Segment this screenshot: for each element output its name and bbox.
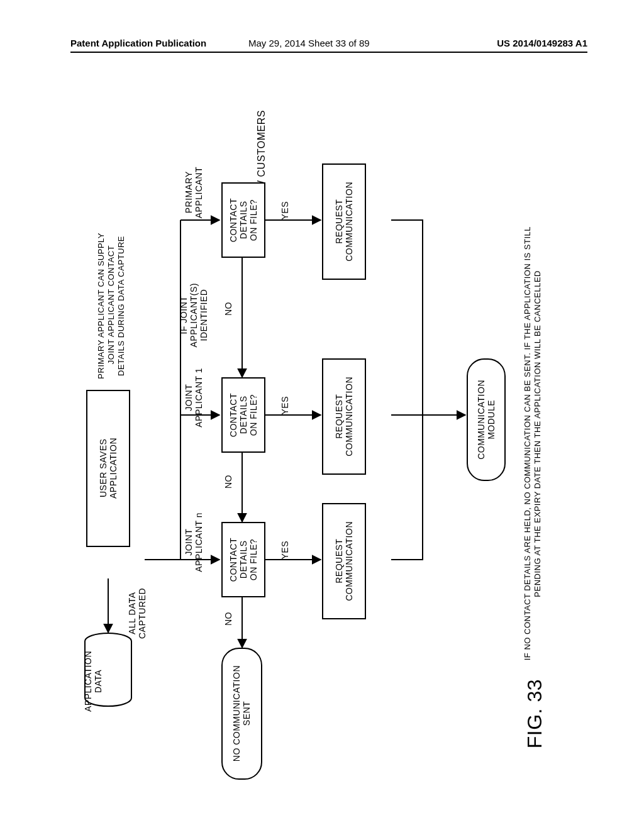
box-contact-3: CONTACT DETAILS ON FILE? <box>221 522 265 597</box>
box-contact-2: CONTACT DETAILS ON FILE? <box>221 377 265 453</box>
label-no-2: NO <box>223 475 233 489</box>
footer-note-1: IF NO CONTACT DETAILS ARE HELD, NO COMMU… <box>523 226 533 660</box>
label-all-data-captured: ALL DATA CAPTURED <box>127 588 147 639</box>
note-primary-supply-3: DETAILS DURING DATA CAPTURE <box>117 236 126 376</box>
text-request-1: REQUEST COMMUNICATION <box>334 182 354 262</box>
header-docnum: US 2014/0149283 A1 <box>497 38 587 48</box>
footer-note-2: PENDING AT THE EXPIRY DATE THEN THE APPL… <box>533 270 543 597</box>
text-request-2: REQUEST COMMUNICATION <box>334 377 354 456</box>
box-request-2: REQUEST COMMUNICATION <box>322 358 366 475</box>
text-request-3: REQUEST COMMUNICATION <box>334 521 354 601</box>
label-joint-applicant-1: JOINT APPLICANT 1 <box>184 368 204 428</box>
label-yes-3: YES <box>280 541 290 560</box>
text-no-communication: NO COMMUNICATION SENT <box>231 665 252 761</box>
text-contact-2: CONTACT DETAILS ON FILE? <box>228 393 258 437</box>
text-user-saves: USER SAVES APPLICATION <box>98 438 118 499</box>
text-contact-1: CONTACT DETAILS ON FILE? <box>228 198 258 242</box>
figure-33: NEW CUSTOMERS PRIMARY APPLICANT IF JOINT… <box>70 94 580 786</box>
box-user-saves: USER SAVES APPLICATION <box>86 390 130 547</box>
box-request-1: REQUEST COMMUNICATION <box>322 163 366 280</box>
header-pub: Patent Application Publication <box>70 38 206 48</box>
header-date: May 29, 2014 Sheet 33 of 89 <box>248 38 370 48</box>
box-request-3: REQUEST COMMUNICATION <box>322 503 366 619</box>
figure-number: FIG. 33 <box>523 679 547 748</box>
note-primary-supply-1: PRIMARY APPLICANT CAN SUPPLY <box>97 233 106 379</box>
text-communication-module: COMMUNICATION MODULE <box>476 380 496 460</box>
label-primary-applicant: PRIMARY APPLICANT <box>184 167 204 218</box>
header-rule <box>70 52 587 53</box>
label-if-joint: IF JOINT APPLICANT(S) IDENTIFIED <box>179 283 209 347</box>
text-contact-3: CONTACT DETAILS ON FILE? <box>228 538 258 582</box>
label-yes-1: YES <box>280 201 290 220</box>
label-joint-applicant-n: JOINT APPLICANT n <box>184 512 204 572</box>
note-primary-supply-2: JOINT APPLICANT CONTACT <box>107 245 116 364</box>
label-yes-2: YES <box>280 396 290 415</box>
box-contact-1: CONTACT DETAILS ON FILE? <box>221 182 265 258</box>
label-application-data: APPLICATION DATA <box>83 651 103 712</box>
box-communication-module: COMMUNICATION MODULE <box>467 358 506 481</box>
label-no-3: NO <box>223 612 233 626</box>
label-no-1: NO <box>223 302 233 316</box>
box-no-communication: NO COMMUNICATION SENT <box>221 648 262 780</box>
